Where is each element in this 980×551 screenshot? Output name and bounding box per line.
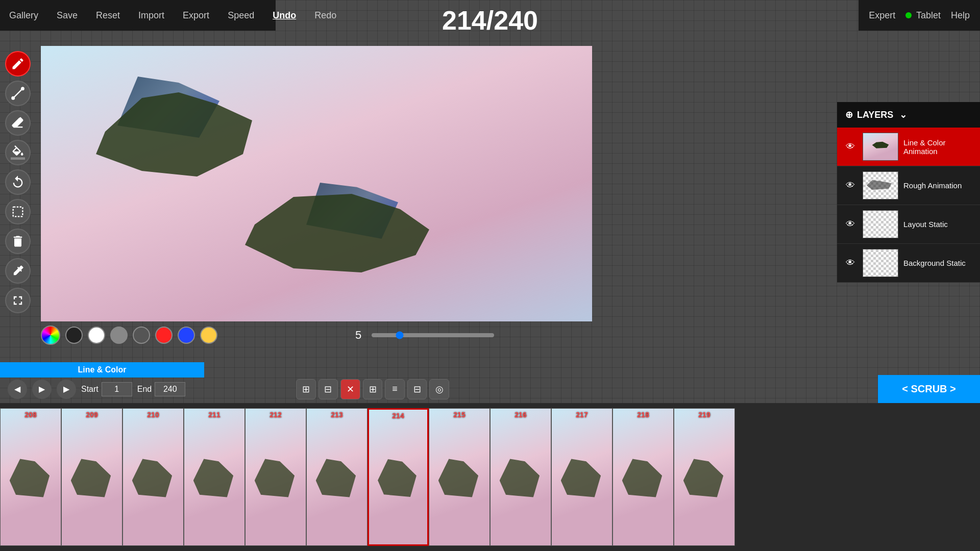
left-toolbar	[0, 46, 36, 318]
add-frame-button[interactable]: ⊞	[296, 379, 316, 399]
layer-name-4: Background Static	[903, 259, 974, 267]
film-frame-208[interactable]: 208	[0, 408, 61, 546]
fullscreen-button[interactable]	[5, 288, 31, 313]
end-frame-group: End	[137, 382, 185, 396]
start-label: Start	[81, 385, 99, 394]
film-frame-211[interactable]: 211	[184, 408, 245, 546]
svg-rect-3	[13, 207, 23, 217]
layers-header[interactable]: ⊕ LAYERS ⌄	[837, 102, 980, 128]
brush-size-slider[interactable]	[372, 333, 494, 337]
tablet-indicator-icon	[905, 12, 912, 18]
delete-tool-button[interactable]	[5, 229, 31, 254]
layers-stack-icon: ⊕	[845, 109, 853, 120]
layer-thumbnail-4	[863, 249, 898, 277]
layer-item-rough[interactable]: 👁 Rough Animation	[837, 166, 980, 205]
pencil-tool-button[interactable]	[5, 51, 31, 77]
layer-visibility-toggle-1[interactable]: 👁	[843, 140, 857, 154]
layer-name-2: Rough Animation	[903, 181, 974, 190]
menu-speed[interactable]: Speed	[224, 8, 258, 23]
tablet-button[interactable]: Tablet	[905, 10, 941, 21]
color-wheel-picker[interactable]	[41, 325, 60, 345]
layer-item-background[interactable]: 👁 Background Static	[837, 244, 980, 283]
menu-import[interactable]: Import	[134, 8, 168, 23]
timeline-toolbar: ⊞ ⊟ ✕ ⊞ ≡ ⊟ ◎	[296, 375, 449, 403]
bottom-controls: 5	[41, 325, 592, 345]
layer-name-1: Line & Color Animation	[903, 138, 974, 156]
layers-title: LAYERS	[857, 110, 893, 120]
film-frame-217[interactable]: 217	[551, 408, 612, 546]
layer-thumbnail-1	[863, 133, 898, 161]
menu-undo[interactable]: Undo	[268, 8, 300, 23]
start-frame-group: Start	[81, 382, 132, 396]
color-swatch-black[interactable]	[65, 327, 83, 344]
prev-frame-button[interactable]: ◀	[8, 380, 27, 399]
menu-redo[interactable]: Redo	[310, 8, 340, 23]
color-swatch-gray[interactable]	[110, 327, 128, 344]
onion-skin-button[interactable]: ◎	[429, 379, 449, 399]
layer-name-3: Layout Static	[903, 220, 974, 229]
menu-gallery[interactable]: Gallery	[5, 8, 42, 23]
end-frame-input[interactable]	[155, 382, 185, 396]
expert-button[interactable]: Expert	[869, 10, 895, 21]
start-frame-input[interactable]	[102, 382, 132, 396]
film-frame-214[interactable]: 214	[368, 408, 429, 546]
layer-visibility-toggle-4[interactable]: 👁	[843, 256, 857, 270]
film-frame-212[interactable]: 212	[245, 408, 306, 546]
film-frame-216[interactable]: 216	[490, 408, 551, 546]
next-frame-button[interactable]: ▶	[57, 380, 76, 399]
remove-layer-button[interactable]: ⊟	[407, 379, 427, 399]
color-swatch-yellow[interactable]	[200, 327, 217, 344]
menu-export[interactable]: Export	[179, 8, 213, 23]
svg-point-2	[21, 87, 24, 90]
layer-thumbnail-3	[863, 210, 898, 238]
layers-dropdown-icon[interactable]: ⌄	[899, 109, 907, 120]
top-menu-bar: Gallery Save Reset Import Export Speed U…	[0, 0, 276, 31]
line-tool-button[interactable]	[5, 81, 31, 106]
timeline-controls: ◀ ▶ ▶ Start End	[0, 375, 316, 403]
layer-list-button[interactable]: ≡	[385, 379, 405, 399]
canvas-background	[41, 46, 592, 321]
eyedropper-tool-button[interactable]	[5, 258, 31, 284]
frame-counter: 214/240	[442, 5, 538, 36]
color-swatch-white[interactable]	[88, 327, 105, 344]
brush-size-label: 5	[355, 329, 361, 342]
layer-visibility-toggle-3[interactable]: 👁	[843, 217, 857, 232]
layer-item-line-color[interactable]: 👁 Line & Color Animation	[837, 128, 980, 166]
brush-size-slider-container[interactable]	[372, 333, 494, 337]
delete-frame-button[interactable]: ✕	[340, 379, 360, 399]
select-tool-button[interactable]	[5, 199, 31, 224]
add-layer-button[interactable]: ⊞	[363, 379, 383, 399]
film-frame-209[interactable]: 209	[61, 408, 122, 546]
top-right-bar: Expert Tablet Help	[859, 0, 980, 31]
film-frame-219[interactable]: 219	[674, 408, 735, 546]
film-frame-213[interactable]: 213	[306, 408, 368, 546]
layer-item-layout[interactable]: 👁 Layout Static	[837, 205, 980, 244]
layers-panel: ⊕ LAYERS ⌄ 👁 Line & Color Animation 👁 Ro…	[837, 102, 980, 283]
layer-visibility-toggle-2[interactable]: 👁	[843, 179, 857, 193]
film-frame-210[interactable]: 210	[122, 408, 184, 546]
color-swatch-red[interactable]	[155, 327, 173, 344]
filmstrip: 208 209 210 211 212 213 214 215 216 21	[0, 403, 980, 551]
end-label: End	[137, 385, 152, 394]
layer-thumbnail-2	[863, 171, 898, 199]
undo-rotate-button[interactable]	[5, 169, 31, 195]
menu-save[interactable]: Save	[53, 8, 82, 23]
menu-reset[interactable]: Reset	[92, 8, 124, 23]
svg-line-0	[13, 89, 23, 98]
film-frame-215[interactable]: 215	[429, 408, 490, 546]
film-frame-218[interactable]: 218	[612, 408, 674, 546]
color-swatch-dark-gray[interactable]	[133, 327, 150, 344]
help-button[interactable]: Help	[951, 10, 970, 21]
fill-tool-button[interactable]	[5, 140, 31, 165]
copy-frame-button[interactable]: ⊟	[318, 379, 338, 399]
creature-body-2	[245, 189, 439, 291]
scrub-button[interactable]: < SCRUB >	[878, 375, 980, 403]
eraser-tool-button[interactable]	[5, 110, 31, 136]
line-color-layer-label: Line & Color	[0, 362, 204, 378]
color-swatch-blue[interactable]	[178, 327, 195, 344]
play-button[interactable]: ▶	[32, 380, 52, 399]
canvas-area[interactable]	[41, 46, 592, 321]
svg-point-1	[12, 97, 14, 99]
creature-body-1	[87, 87, 271, 199]
